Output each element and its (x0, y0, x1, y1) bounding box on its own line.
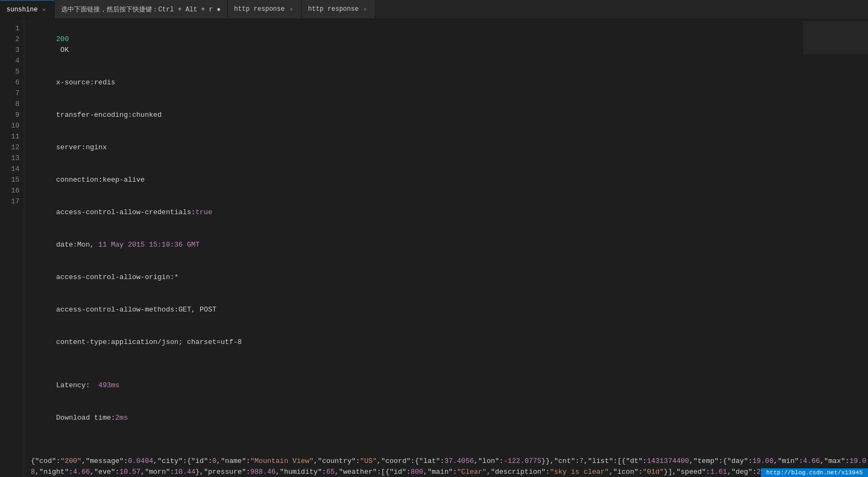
editor-content: 1 2 3 4 5 6 7 8 9 10 11 12 13 14 15 16 1… (0, 19, 868, 477)
http-status-code: 200 (56, 35, 69, 43)
tab-http2-close[interactable]: ✕ (362, 5, 368, 13)
line-num-14: 14 (0, 164, 19, 175)
code-line-11 (31, 359, 868, 369)
line-num-5: 5 (0, 67, 19, 77)
code-line-8: access-control-allow-origin:* (31, 261, 868, 294)
code-line-3: transfer-encoding:chunked (31, 99, 868, 131)
tab-http1-close[interactable]: ✕ (288, 5, 294, 13)
watermark-thumbnail (803, 22, 868, 54)
header-credentials-key: access-control-allow-credentials: (56, 208, 195, 216)
header-allow-origin: access-control-allow-origin:* (56, 273, 178, 281)
line-num-12: 12 (0, 142, 19, 153)
line-num-11: 11 (0, 131, 19, 142)
code-line-2: x-source:redis (31, 67, 868, 99)
line-num-2: 2 (0, 34, 19, 45)
header-credentials-value: true (195, 208, 212, 216)
tab-http2[interactable]: http response ✕ (302, 0, 376, 18)
status-url: http://blog.csdn.net/x13945 (766, 469, 863, 476)
header-allow-methods: access-control-allow-methods:GET, POST (56, 306, 216, 314)
tab-select-hint-label: 选中下面链接，然后按下快捷键：Ctrl + Alt + r ● (61, 5, 221, 14)
header-transfer: transfer-encoding:chunked (56, 111, 162, 119)
line-num-16: 16 (0, 186, 19, 196)
line-num-13: 13 (0, 153, 19, 164)
header-xsource: x-source:redis (56, 78, 115, 87)
line-num-3: 3 (0, 45, 19, 56)
download-label: Download time: (56, 414, 115, 422)
tab-http1-label: http response (234, 5, 285, 13)
line-num-10: 10 (0, 121, 19, 131)
latency-label: Latency: (56, 381, 98, 389)
status-bar: http://blog.csdn.net/x13945 (761, 468, 868, 477)
code-line-13: Download time:2ms (31, 402, 868, 434)
tab-http1[interactable]: http response ✕ (228, 0, 302, 18)
code-line-7: date:Mon, 11 May 2015 15:10:36 GMT (31, 229, 868, 261)
download-value: 2ms (115, 414, 128, 422)
header-server: server:nginx (56, 143, 107, 151)
line-num-6: 6 (0, 77, 19, 88)
latency-value: 493ms (98, 381, 120, 389)
line-num-8: 8 (0, 99, 19, 110)
tab-bar: sunshine ✕ 选中下面链接，然后按下快捷键：Ctrl + Alt + r… (0, 0, 868, 19)
code-line-10: content-type:application/json; charset=u… (31, 326, 868, 359)
line-num-7: 7 (0, 88, 19, 99)
code-line-16: {"cod":"200","message":0.0404,"city":{"i… (31, 456, 868, 477)
code-line-12: Latency: 493ms (31, 369, 868, 402)
line-number-gutter: 1 2 3 4 5 6 7 8 9 10 11 12 13 14 15 16 1… (0, 19, 24, 477)
code-line-4: server:nginx (31, 131, 868, 164)
header-connection: connection:keep-alive (56, 176, 145, 184)
code-line-9: access-control-allow-methods:GET, POST (31, 294, 868, 326)
line-num-4: 4 (0, 56, 19, 67)
header-date-key: date:Mon, (56, 241, 98, 249)
line-num-17: 17 (0, 196, 19, 207)
line-num-9: 9 (0, 110, 19, 121)
header-date-day: 11 May 2015 15:10:36 GMT (98, 241, 200, 249)
code-line-5: connection:keep-alive (31, 164, 868, 196)
code-line-1: 200 OK (31, 23, 868, 67)
tab-http2-label: http response (308, 5, 359, 13)
code-area[interactable]: 200 OK x-source:redis transfer-encoding:… (24, 19, 868, 477)
tab-sunshine-label: sunshine (6, 6, 38, 14)
tab-sunshine-close[interactable]: ✕ (41, 6, 48, 14)
code-line-14 (31, 434, 868, 445)
http-status-text: OK (56, 46, 69, 54)
line-num-15: 15 (0, 175, 19, 186)
tab-select-hint[interactable]: 选中下面链接，然后按下快捷键：Ctrl + Alt + r ● (55, 0, 228, 18)
header-content-type: content-type:application/json; charset=u… (56, 338, 242, 346)
code-line-15 (31, 445, 868, 456)
code-line-6: access-control-allow-credentials:true (31, 196, 868, 229)
tab-sunshine[interactable]: sunshine ✕ (0, 0, 55, 18)
line-num-1: 1 (0, 23, 19, 34)
